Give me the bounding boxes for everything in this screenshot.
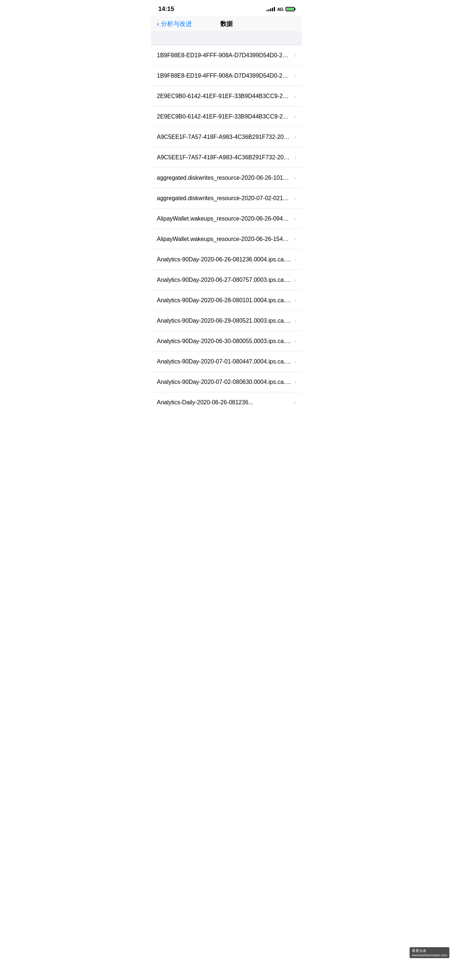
list-item[interactable]: AlipayWallet.wakeups_resource-2020-06-26…	[151, 229, 302, 250]
list-item-text: 1B9F88E8-ED19-4FFF-908A-D7D4399D54D0-202…	[157, 73, 294, 79]
list-item[interactable]: 2E9EC9B0-6142-41EF-91EF-33B9D44B3CC9-202…	[151, 86, 302, 107]
list-item[interactable]: Analytics-90Day-2020-06-26-081236.0004.i…	[151, 250, 302, 270]
list-item[interactable]: 1B9F88E8-ED19-4FFF-908A-D7D4399D54D0-202…	[151, 65, 302, 86]
chevron-right-icon: ›	[294, 175, 296, 181]
list-item-text: Analytics-90Day-2020-06-27-080757.0003.i…	[157, 277, 294, 283]
list-item[interactable]: aggregated.diskwrites_resource-2020-06-2…	[151, 168, 302, 188]
chevron-right-icon: ›	[294, 256, 296, 263]
list-item-text: Analytics-90Day-2020-06-29-080521.0003.i…	[157, 318, 294, 324]
chevron-right-icon: ›	[294, 154, 296, 161]
chevron-right-icon: ›	[294, 358, 296, 365]
chevron-right-icon: ›	[294, 318, 296, 324]
list-item-text: 1B9F88E8-ED19-4FFF-908A-D7D4399D54D0-202…	[157, 52, 294, 59]
chevron-right-icon: ›	[294, 195, 296, 202]
list-item[interactable]: Analytics-90Day-2020-07-01-080447.0004.i…	[151, 352, 302, 372]
list-item[interactable]: A9C5EE1F-7A57-418F-A983-4C36B291F732-202…	[151, 147, 302, 168]
back-label: 分析与改进	[161, 20, 192, 28]
chevron-right-icon: ›	[294, 73, 296, 79]
list-item-text: aggregated.diskwrites_resource-2020-07-0…	[157, 195, 294, 202]
list-item-text: Analytics-90Day-2020-07-02-080630.0004.i…	[157, 379, 294, 385]
list-item-text: Analytics-90Day-2020-07-01-080447.0004.i…	[157, 358, 294, 365]
chevron-right-icon: ›	[294, 236, 296, 242]
back-chevron-icon: ‹	[157, 20, 160, 28]
list-item-partial[interactable]: Analytics-Daily-2020-06-26-081236... ›	[151, 392, 302, 413]
back-button[interactable]: ‹ 分析与改进	[157, 20, 192, 28]
list-item[interactable]: Analytics-90Day-2020-06-28-080101.0004.i…	[151, 290, 302, 310]
list-item[interactable]: AlipayWallet.wakeups_resource-2020-06-26…	[151, 208, 302, 229]
file-list: 1B9F88E8-ED19-4FFF-908A-D7D4399D54D0-202…	[151, 45, 302, 413]
status-time: 14:15	[158, 5, 174, 13]
list-item-text: Analytics-Daily-2020-06-26-081236...	[157, 399, 294, 406]
chevron-right-icon: ›	[294, 113, 296, 120]
section-header	[151, 32, 302, 45]
page-title: 数据	[220, 20, 233, 28]
network-type: 4G	[277, 6, 283, 12]
chevron-right-icon: ›	[294, 134, 296, 140]
chevron-right-icon: ›	[294, 379, 296, 385]
chevron-right-icon: ›	[294, 93, 296, 100]
status-bar: 14:15 4G	[151, 0, 302, 16]
list-item-text: 2E9EC9B0-6142-41EF-91EF-33B9D44B3CC9-202…	[157, 113, 294, 120]
list-item-text: AlipayWallet.wakeups_resource-2020-06-26…	[157, 236, 294, 242]
signal-icon	[266, 7, 275, 11]
list-item[interactable]: A9C5EE1F-7A57-418F-A983-4C36B291F732-202…	[151, 127, 302, 147]
battery-icon	[286, 7, 295, 11]
list-item[interactable]: Analytics-90Day-2020-06-29-080521.0003.i…	[151, 310, 302, 331]
chevron-right-icon: ›	[294, 277, 296, 283]
list-item-text: AlipayWallet.wakeups_resource-2020-06-26…	[157, 215, 294, 222]
chevron-right-icon: ›	[294, 399, 296, 406]
list-item[interactable]: 1B9F88E8-ED19-4FFF-908A-D7D4399D54D0-202…	[151, 45, 302, 65]
chevron-right-icon: ›	[294, 338, 296, 345]
chevron-right-icon: ›	[294, 297, 296, 304]
list-item[interactable]: Analytics-90Day-2020-07-02-080630.0004.i…	[151, 372, 302, 392]
list-item-text: Analytics-90Day-2020-06-28-080101.0004.i…	[157, 297, 294, 304]
list-item-text: 2E9EC9B0-6142-41EF-91EF-33B9D44B3CC9-202…	[157, 93, 294, 100]
list-item-text: A9C5EE1F-7A57-418F-A983-4C36B291F732-202…	[157, 154, 294, 161]
list-item-text: Analytics-90Day-2020-06-30-080055.0003.i…	[157, 338, 294, 345]
list-item[interactable]: 2E9EC9B0-6142-41EF-91EF-33B9D44B3CC9-202…	[151, 107, 302, 127]
status-icons: 4G	[266, 6, 295, 12]
chevron-right-icon: ›	[294, 215, 296, 222]
list-item-text: Analytics-90Day-2020-06-26-081236.0004.i…	[157, 256, 294, 263]
chevron-right-icon: ›	[294, 52, 296, 59]
list-item-text: A9C5EE1F-7A57-418F-A983-4C36B291F732-202…	[157, 134, 294, 140]
list-item[interactable]: Analytics-90Day-2020-06-27-080757.0003.i…	[151, 270, 302, 290]
list-item[interactable]: Analytics-90Day-2020-06-30-080055.0003.i…	[151, 331, 302, 352]
nav-bar: ‹ 分析与改进 数据	[151, 16, 302, 32]
list-item[interactable]: aggregated.diskwrites_resource-2020-07-0…	[151, 188, 302, 208]
list-item-text: aggregated.diskwrites_resource-2020-06-2…	[157, 175, 294, 181]
